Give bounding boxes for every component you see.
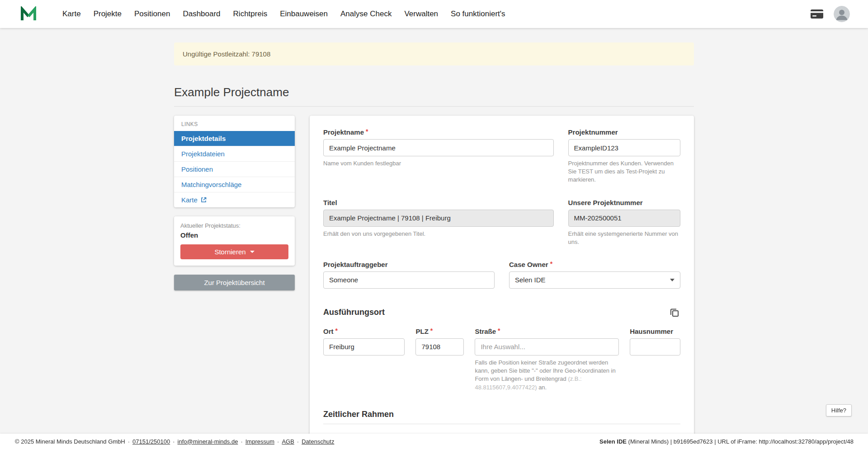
footer-link-email[interactable]: info@mineral-minds.de xyxy=(178,438,238,445)
sidebar-item-positionen[interactable]: Positionen xyxy=(174,161,295,177)
project-status-card: Aktueller Projektstatus: Offen Storniere… xyxy=(174,216,295,266)
footer-link-impressum[interactable]: Impressum xyxy=(245,438,274,445)
required-asterisk: * xyxy=(498,327,500,334)
project-details-form: Projektname* Name vom Kunden festlegbar … xyxy=(310,116,694,449)
footer: © 2025 Mineral Minds Deutschland GmbH · … xyxy=(0,434,868,449)
projektnummer-label: Projektnummer xyxy=(568,128,680,136)
separator: · xyxy=(297,438,299,445)
hausnummer-field: Hausnummer xyxy=(630,327,680,355)
strasse-input[interactable] xyxy=(475,338,619,355)
strasse-helper: Falls die Position keiner Straße zugeord… xyxy=(475,359,619,392)
nav-item-projekte[interactable]: Projekte xyxy=(94,9,122,19)
navbar-actions xyxy=(810,6,850,22)
required-asterisk: * xyxy=(366,128,368,135)
unsere-projektnummer-field: Unsere Projektnummer Erhält eine systemg… xyxy=(568,199,680,246)
label-text: Case Owner xyxy=(509,261,548,268)
sidebar-item-projektdateien[interactable]: Projektdateien xyxy=(174,146,295,161)
nav-item-positionen[interactable]: Positionen xyxy=(134,9,170,19)
nav-item-karte[interactable]: Karte xyxy=(62,9,81,19)
ausfuehrungsort-heading: Ausführungsort xyxy=(323,308,385,317)
zeitlicher-rahmen-heading: Zeitlicher Rahmen xyxy=(323,410,394,419)
copyright-text: © 2025 Mineral Minds Deutschland GmbH xyxy=(15,438,125,445)
unsere-projektnummer-label: Unsere Projektnummer xyxy=(568,199,680,206)
title-divider xyxy=(174,106,694,107)
sidebar-item-label: Karte xyxy=(181,196,198,204)
stornieren-label: Stornieren xyxy=(214,248,245,256)
sidebar: LINKS Projektdetails Projektdateien Posi… xyxy=(174,116,295,290)
nav-item-dashboard[interactable]: Dashboard xyxy=(183,9,220,19)
strasse-label: Straße* xyxy=(475,327,619,335)
nav-item-analyse-check[interactable]: Analyse Check xyxy=(340,9,392,19)
mineral-minds-logo[interactable] xyxy=(20,6,37,22)
zeitlicher-rahmen-section-header: Zeitlicher Rahmen xyxy=(323,410,680,424)
projektname-input[interactable] xyxy=(323,139,554,156)
case-owner-value: Selen IDE xyxy=(515,276,546,284)
page-title: Example Projectname xyxy=(174,85,694,99)
helper-suffix: an. xyxy=(537,384,547,391)
projektnummer-input[interactable] xyxy=(568,139,680,156)
separator: · xyxy=(128,438,130,445)
page-content: Ungültige Postleitzahl: 79108 Example Pr… xyxy=(174,42,694,449)
sidebar-item-karte[interactable]: Karte xyxy=(174,192,295,207)
ort-field: Ort* xyxy=(323,327,405,355)
stornieren-button[interactable]: Stornieren xyxy=(180,244,288,259)
card-icon-glyph xyxy=(810,9,824,19)
person-icon xyxy=(834,6,850,22)
unsere-projektnummer-helper: Erhält eine systemgenerierte Nummer von … xyxy=(568,230,680,246)
titel-field: Titel Erhält den von uns vorgegebenen Ti… xyxy=(323,199,554,238)
hausnummer-input[interactable] xyxy=(630,338,680,355)
projektname-label: Projektname* xyxy=(323,128,554,136)
help-button[interactable]: Hilfe? xyxy=(826,404,852,416)
titel-label: Titel xyxy=(323,199,554,206)
label-text: Hausnummer xyxy=(630,327,673,335)
nav-item-richtpreis[interactable]: Richtpreis xyxy=(233,9,268,19)
footer-session-info: Selen IDE (Mineral Minds) | b91695ed7623… xyxy=(599,438,854,445)
session-user: Selen IDE xyxy=(599,438,627,445)
ort-label: Ort* xyxy=(323,327,405,335)
nav-item-so-funktionierts[interactable]: So funktioniert's xyxy=(451,9,505,19)
caret-down-icon xyxy=(250,251,255,253)
warning-alert: Ungültige Postleitzahl: 79108 xyxy=(174,42,694,65)
label-text: Titel xyxy=(323,199,337,206)
sidebar-item-projektdetails[interactable]: Projektdetails xyxy=(174,131,295,146)
strasse-field: Straße* Falls die Position keiner Straße… xyxy=(475,327,619,392)
plz-input[interactable] xyxy=(415,338,464,355)
label-text: Projektnummer xyxy=(568,128,618,136)
session-details: (Mineral Minds) | b91695ed7623 | URL of … xyxy=(627,438,854,445)
status-label: Aktueller Projektstatus: xyxy=(180,222,288,229)
label-text: Projektauftraggeber xyxy=(323,261,388,268)
footer-link-datenschutz[interactable]: Datenschutz xyxy=(302,438,334,445)
copy-icon xyxy=(670,308,679,318)
required-asterisk: * xyxy=(430,327,433,334)
separator: · xyxy=(277,438,279,445)
nav-item-verwalten[interactable]: Verwalten xyxy=(404,9,438,19)
case-owner-select[interactable]: Selen IDE xyxy=(509,271,680,289)
plz-label: PLZ* xyxy=(415,327,464,335)
label-text: PLZ xyxy=(415,327,428,335)
card-icon[interactable] xyxy=(810,9,824,19)
projektnummer-field: Projektnummer Projektnummer des Kunden. … xyxy=(568,128,680,184)
label-text: Ort xyxy=(323,327,334,335)
footer-link-agb[interactable]: AGB xyxy=(282,438,294,445)
separator: · xyxy=(241,438,242,445)
sidebar-item-matchingvorschlaege[interactable]: Matchingvorschläge xyxy=(174,177,295,192)
projektname-helper: Name vom Kunden festlegbar xyxy=(323,159,554,168)
ort-input[interactable] xyxy=(323,338,405,355)
titel-helper: Erhält den von uns vorgegebenen Titel. xyxy=(323,230,554,238)
copy-address-button[interactable] xyxy=(669,307,680,318)
projektname-field: Projektname* Name vom Kunden festlegbar xyxy=(323,128,554,168)
project-overview-button[interactable]: Zur Projektübersicht xyxy=(174,275,295,290)
user-avatar[interactable] xyxy=(834,6,850,22)
projektauftraggeber-input[interactable] xyxy=(323,271,495,289)
nav-item-einbauweisen[interactable]: Einbauweisen xyxy=(280,9,328,19)
status-value: Offen xyxy=(180,231,288,239)
label-text: Unsere Projektnummer xyxy=(568,199,643,206)
logo-icon xyxy=(20,6,37,22)
projektauftraggeber-label: Projektauftraggeber xyxy=(323,261,495,268)
case-owner-field: Case Owner* Selen IDE xyxy=(509,261,680,289)
external-link-icon xyxy=(201,197,207,203)
main-nav: Karte Projekte Positionen Dashboard Rich… xyxy=(62,9,505,19)
footer-link-phone[interactable]: 07151/250100 xyxy=(132,438,170,445)
top-navbar: Karte Projekte Positionen Dashboard Rich… xyxy=(0,0,868,28)
projektnummer-helper: Projektnummer des Kunden. Verwenden Sie … xyxy=(568,159,680,184)
